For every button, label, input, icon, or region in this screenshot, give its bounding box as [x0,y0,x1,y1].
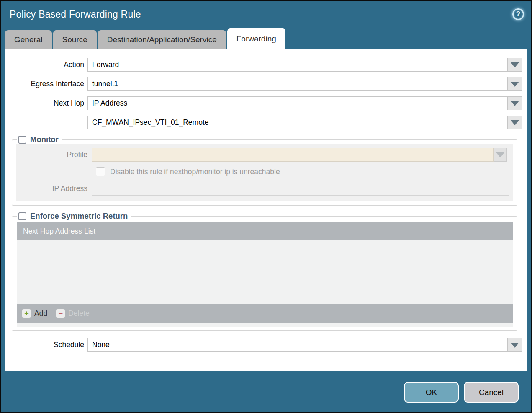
symmetric-return-fieldset: Enforce Symmetric Return Next Hop Addres… [12,212,517,331]
next-hop-address-row: CF_MWAN_IPsec_VTI_01_Remote [5,116,522,129]
egress-interface-label: Egress Interface [5,80,87,88]
add-button[interactable]: + Add [22,309,47,318]
next-hop-address-field: CF_MWAN_IPsec_VTI_01_Remote [87,116,522,129]
dialog-footer: OK Cancel [1,371,531,412]
action-field: Forward [87,58,522,72]
monitor-legend: Monitor [17,135,62,144]
symmetric-return-legend-label: Enforce Symmetric Return [30,212,128,221]
monitor-panel: Profile Disable this rule if nexthop/mon… [16,144,513,201]
egress-interface-dropdown-button[interactable] [508,77,522,91]
chevron-down-icon [511,82,519,87]
help-icon[interactable]: ? [512,8,524,20]
chevron-down-icon [511,120,519,125]
cancel-button[interactable]: Cancel [464,382,519,403]
monitor-checkbox[interactable] [18,136,26,144]
monitor-ip-address-row: IP Address [16,182,509,196]
table-header-label: Next Hop Address List [23,227,95,236]
ok-button[interactable]: OK [404,382,459,403]
disable-rule-checkbox [96,167,105,176]
delete-button-label: Delete [68,309,90,318]
disable-rule-label: Disable this rule if nexthop/monitor ip … [110,168,280,176]
tab-content-forwarding: Action Forward Egress Interface tunnel.1… [5,49,527,371]
chevron-down-icon [511,343,519,348]
symmetric-return-legend: Enforce Symmetric Return [17,212,131,221]
add-button-label: Add [34,309,47,318]
schedule-dropdown-button[interactable] [508,338,522,352]
pbf-rule-dialog: Policy Based Forwarding Rule ? General S… [0,0,532,413]
next-hop-address-dropdown-button[interactable] [508,116,522,129]
tab-bar: General Source Destination/Application/S… [1,27,531,49]
next-hop-dropdown-button[interactable] [508,96,522,110]
tab-destination-application-service[interactable]: Destination/Application/Service [98,30,226,49]
next-hop-address-table: Next Hop Address List + Add − Delete [17,222,513,327]
chevron-down-icon [511,101,519,106]
monitor-legend-label: Monitor [30,135,59,144]
table-footer: + Add − Delete [17,304,513,323]
table-header: Next Hop Address List [17,222,513,240]
minus-icon: − [56,309,65,318]
tab-source[interactable]: Source [53,30,97,49]
monitor-profile-row: Profile [16,148,509,162]
symmetric-return-checkbox[interactable] [18,212,26,220]
next-hop-address-select[interactable]: CF_MWAN_IPsec_VTI_01_Remote [87,116,508,129]
plus-icon: + [22,309,31,318]
schedule-select[interactable]: None [87,338,508,352]
monitor-disable-rule-row: Disable this rule if nexthop/monitor ip … [16,167,509,176]
monitor-ip-address-input [92,182,509,196]
dialog-title: Policy Based Forwarding Rule [10,9,141,20]
chevron-down-icon [496,152,504,157]
dialog-titlebar: Policy Based Forwarding Rule ? [1,1,531,27]
monitor-profile-select [92,148,494,162]
action-label: Action [5,60,87,69]
action-dropdown-button[interactable] [508,58,522,72]
schedule-row: Schedule None [5,338,522,352]
monitor-fieldset: Monitor Profile Disable this rule if nex… [12,135,517,206]
next-hop-type-select[interactable]: IP Address [87,96,508,110]
next-hop-label: Next Hop [5,99,87,108]
monitor-profile-label: Profile [16,150,92,159]
chevron-down-icon [511,62,519,67]
egress-interface-row: Egress Interface tunnel.1 [5,77,522,91]
monitor-profile-dropdown-button [494,148,507,162]
action-select[interactable]: Forward [87,58,508,72]
schedule-label: Schedule [5,341,87,349]
tab-forwarding[interactable]: Forwarding [227,28,285,49]
delete-button: − Delete [56,309,90,318]
schedule-field: None [87,338,522,352]
monitor-ip-address-label: IP Address [16,184,92,193]
table-bottom-strip [17,323,513,327]
next-hop-row: Next Hop IP Address [5,96,522,110]
egress-interface-field: tunnel.1 [87,77,522,91]
tab-general[interactable]: General [5,30,52,49]
table-body-empty[interactable] [17,240,513,304]
action-row: Action Forward [5,58,522,72]
egress-interface-select[interactable]: tunnel.1 [87,77,508,91]
next-hop-field: IP Address [87,96,522,110]
